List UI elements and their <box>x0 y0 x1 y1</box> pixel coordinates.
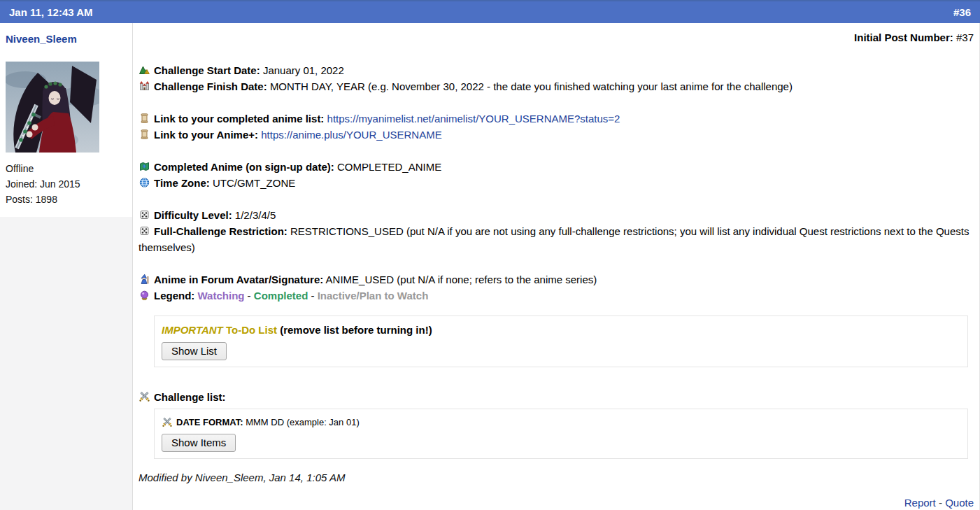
completed-anime-label: Completed Anime (on sign-up date): <box>154 161 334 173</box>
scroll-icon <box>139 113 150 124</box>
dates-group: Challenge Start Date: January 01, 2022 C… <box>139 62 974 94</box>
legend-separator: - <box>308 290 317 302</box>
todo-list-title: To-Do List <box>226 324 277 336</box>
crystal-ball-icon <box>139 290 150 301</box>
difficulty-label: Difficulty Level: <box>154 209 232 221</box>
anime-plus-link-label: Link to your Anime+: <box>154 129 258 141</box>
challenge-finish-line: Challenge Finish Date: MONTH DAY, YEAR (… <box>139 78 974 94</box>
links-group: Link to your completed anime list: https… <box>139 111 974 143</box>
difficulty-value: 1/2/3/4/5 <box>235 209 276 221</box>
crossed-swords-icon <box>162 417 173 427</box>
anime-list-link-line: Link to your completed anime list: https… <box>139 111 974 127</box>
crossed-swords-icon <box>139 391 150 402</box>
anime-plus-url-link[interactable]: https://anime.plus/YOUR_USERNAME <box>261 129 441 141</box>
challenge-finish-value: MONTH DAY, YEAR (e.g. November 30, 2022 … <box>270 80 793 92</box>
time-zone-value: UTC/GMT_ZONE <box>213 177 295 189</box>
show-list-button[interactable]: Show List <box>162 342 227 360</box>
date-format-value: MMM DD (example: Jan 01) <box>246 417 360 427</box>
user-sidebar: Niveen_Sleem <box>0 23 133 510</box>
legend-separator: - <box>244 290 253 302</box>
avatar-legend-group: Anime in Forum Avatar/Signature: ANIME_U… <box>139 271 974 304</box>
quote-link[interactable]: Quote <box>945 497 974 509</box>
post-footer-links: Report - Quote <box>139 496 974 510</box>
map-icon <box>139 161 150 172</box>
post-text-area: Challenge Start Date: January 01, 2022 C… <box>139 62 974 510</box>
restriction-label: Full-Challenge Restriction: <box>154 225 287 237</box>
post-timestamp: Jan 11, 12:43 AM <box>9 6 93 18</box>
initial-post-label: Initial Post Number: <box>854 31 953 43</box>
scroll-icon <box>139 129 150 140</box>
post-header-bar: Jan 11, 12:43 AM #36 <box>0 0 980 23</box>
avatar-signature-line: Anime in Forum Avatar/Signature: ANIME_U… <box>139 271 974 288</box>
initial-post-value: #37 <box>956 31 974 43</box>
challenge-items-spoiler-box: DATE FORMAT: MMM DD (example: Jan 01) Sh… <box>154 409 968 459</box>
signup-group: Completed Anime (on sign-up date): COMPL… <box>139 159 974 191</box>
avatar-signature-value: ANIME_USED (put N/A if none; refers to t… <box>326 274 597 285</box>
date-format-label: DATE FORMAT: <box>176 417 243 427</box>
legend-inactive: Inactive/Plan to Watch <box>318 290 429 302</box>
legend-watching: Watching <box>198 290 245 302</box>
difficulty-group: Difficulty Level: 1/2/3/4/5 Full-Challen… <box>139 207 974 255</box>
user-post-count: Posts: 1898 <box>6 192 127 207</box>
globe-icon <box>139 177 150 188</box>
dice-icon <box>139 225 150 236</box>
time-zone-label: Time Zone: <box>154 177 210 189</box>
castle-icon <box>139 80 150 92</box>
todo-important: IMPORTANT <box>162 324 223 336</box>
initial-post-number: Initial Post Number: #37 <box>139 31 974 44</box>
challenge-list-label: Challenge list: <box>154 391 226 403</box>
date-format-line: DATE FORMAT: MMM DD (example: Jan 01) <box>162 416 960 430</box>
difficulty-line: Difficulty Level: 1/2/3/4/5 <box>139 207 974 223</box>
challenge-start-label: Challenge Start Date: <box>154 64 260 76</box>
user-info-cell: Niveen_Sleem <box>0 23 132 207</box>
completed-anime-line: Completed Anime (on sign-up date): COMPL… <box>139 159 974 175</box>
challenge-list-heading: Challenge list: <box>139 390 974 405</box>
post-number: #36 <box>953 6 971 18</box>
camping-icon <box>139 64 150 76</box>
show-items-button[interactable]: Show Items <box>162 434 236 452</box>
legend-label: Legend: <box>154 290 194 302</box>
footer-separator: - <box>936 497 945 509</box>
challenge-finish-label: Challenge Finish Date: <box>154 80 267 92</box>
user-joined: Joined: Jun 2015 <box>6 176 127 192</box>
wizard-icon <box>139 274 150 285</box>
user-avatar[interactable] <box>6 62 99 153</box>
avatar-signature-label: Anime in Forum Avatar/Signature: <box>154 274 323 285</box>
legend-line: Legend: Watching - Completed - Inactive/… <box>139 288 974 304</box>
challenge-start-value: January 01, 2022 <box>263 64 344 76</box>
time-zone-line: Time Zone: UTC/GMT_ZONE <box>139 175 974 191</box>
challenge-start-line: Challenge Start Date: January 01, 2022 <box>139 62 974 78</box>
forum-post: Jan 11, 12:43 AM #36 Niveen_Sleem <box>0 0 980 510</box>
todo-title: IMPORTANT To-Do List (remove list before… <box>162 323 960 338</box>
legend-completed: Completed <box>254 290 308 302</box>
report-link[interactable]: Report <box>904 497 936 509</box>
user-avatar-image <box>6 62 99 153</box>
anime-list-link-label: Link to your completed anime list: <box>154 113 324 125</box>
restriction-line: Full-Challenge Restriction: RESTRICTIONS… <box>139 223 974 255</box>
anime-plus-link-line: Link to your Anime+: https://anime.plus/… <box>139 127 974 143</box>
anime-list-url-link[interactable]: https://myanimelist.net/animelist/YOUR_U… <box>327 113 620 125</box>
username-link[interactable]: Niveen_Sleem <box>6 32 127 46</box>
user-meta: Offline Joined: Jun 2015 Posts: 1898 <box>6 161 127 207</box>
todo-spoiler-box: IMPORTANT To-Do List (remove list before… <box>154 316 968 367</box>
user-status: Offline <box>6 161 127 176</box>
dice-icon <box>139 209 150 220</box>
post-body-row: Niveen_Sleem <box>0 23 980 510</box>
todo-note: (remove list before turning in!) <box>280 324 432 336</box>
sidebar-filler <box>0 217 132 510</box>
completed-anime-value: COMPLETED_ANIME <box>337 161 441 173</box>
modified-by-line: Modified by Niveen_Sleem, Jan 14, 1:05 A… <box>139 471 974 485</box>
post-content: Initial Post Number: #37 Challenge Start… <box>133 23 979 510</box>
